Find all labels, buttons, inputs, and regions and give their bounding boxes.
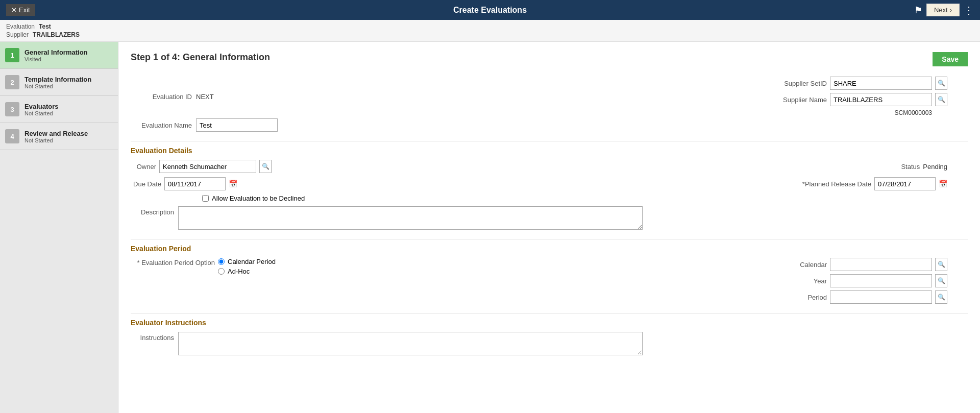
evaluation-value: Test [39,23,51,30]
supplier-value: TRAILBLAZERS [33,31,80,38]
calendar-search-button[interactable]: 🔍 [935,258,947,271]
main-content: Step 1 of 4: General Information Save Ev… [118,42,980,413]
supplier-name-search-button[interactable]: 🔍 [935,93,947,106]
sidebar: 1 General Information Visited 2 Template… [0,42,118,413]
planned-release-label: *Planned Release Date [802,180,871,188]
step-4-info: Review and Release Not Started [24,130,88,143]
step-4-badge: 4 [5,129,19,143]
supplier-name-input[interactable] [830,93,932,106]
next-button[interactable]: Next › [926,4,960,16]
app-header: ✕ Exit Create Evaluations ⚑ Next › ⋮ [0,0,980,20]
supplier-row: Supplier TRAILBLAZERS [6,31,974,38]
step-1-status: Visited [24,56,88,62]
step-1-info: General Information Visited [24,48,88,62]
description-row: Description [131,206,968,230]
evaluation-period-title: Evaluation Period [131,239,968,253]
period-label: Period [796,294,827,301]
description-textarea[interactable] [178,206,643,230]
owner-label: Owner [131,163,156,171]
due-date-calendar-icon[interactable]: 📅 [229,180,237,188]
year-input[interactable] [830,274,932,287]
calendar-label: Calendar [796,261,827,269]
period-input[interactable] [830,290,932,304]
sidebar-item-template-info[interactable]: 2 Template Information Not Started [0,69,118,96]
step-3-name: Evaluators [24,103,58,110]
step-3-badge: 3 [5,102,19,116]
evaluation-id-label: Evaluation ID [131,93,192,101]
evaluator-instructions-title: Evaluator Instructions [131,313,968,327]
supplier-name-label: Supplier Name [783,96,827,104]
year-search-button[interactable]: 🔍 [935,274,947,287]
calendar-input[interactable] [830,258,932,271]
supplier-setid-input[interactable] [830,77,932,90]
adhoc-label: Ad-Hoc [228,268,250,275]
description-label: Description [131,206,174,216]
evaluation-name-label: Evaluation Name [131,122,192,129]
sidebar-item-general-info[interactable]: 1 General Information Visited [0,42,118,69]
page-title: Create Evaluations [453,6,527,15]
step-1-name: General Information [24,48,88,56]
step-2-info: Template Information Not Started [24,76,91,89]
close-icon: ✕ [11,6,17,14]
eval-period-radio-group: Calendar Period Ad-Hoc [218,258,276,275]
eval-period-option-label: * Evaluation Period Option [131,258,215,266]
step-3-info: Evaluators Not Started [24,103,58,116]
calendar-period-radio[interactable] [218,258,225,265]
step-4-name: Review and Release [24,130,88,137]
instructions-label: Instructions [131,332,174,342]
supplier-setid-label: Supplier SetID [784,80,827,87]
evaluation-details-title: Evaluation Details [131,141,968,155]
calendar-period-label: Calendar Period [228,258,276,265]
instructions-textarea[interactable] [178,332,643,355]
step-1-badge: 1 [5,48,19,62]
more-options-icon[interactable]: ⋮ [964,4,974,16]
evaluation-label: Evaluation [6,23,35,30]
calendar-period-row: Calendar Period [218,258,276,265]
planned-release-input[interactable] [874,177,936,190]
header-right: ⚑ Next › ⋮ [914,4,974,16]
exit-button[interactable]: ✕ Exit [6,4,35,16]
allow-decline-row: Allow Evaluation to be Declined [202,195,968,202]
planned-release-calendar-icon[interactable]: 📅 [939,180,947,188]
evaluation-id-value: NEXT [196,93,214,101]
owner-search-button[interactable]: 🔍 [259,160,272,173]
adhoc-radio[interactable] [218,268,225,275]
status-value: Pending [923,163,947,171]
status-label: Status [901,163,920,171]
evaluation-name-input[interactable] [196,118,278,132]
sidebar-item-evaluators[interactable]: 3 Evaluators Not Started [0,96,118,123]
step-4-status: Not Started [24,137,88,143]
year-label: Year [796,277,827,285]
adhoc-row: Ad-Hoc [218,268,276,275]
step-2-name: Template Information [24,76,91,83]
header-left: ✕ Exit [6,4,35,16]
allow-decline-label: Allow Evaluation to be Declined [212,195,305,202]
evaluation-row: Evaluation Test [6,23,974,30]
instructions-row: Instructions [131,332,968,355]
supplier-label: Supplier [6,31,29,38]
sidebar-item-review-release[interactable]: 4 Review and Release Not Started [0,123,118,150]
content-header: Step 1 of 4: General Information Save [131,52,968,66]
step-2-status: Not Started [24,83,91,89]
step-2-badge: 2 [5,75,19,89]
flag-icon[interactable]: ⚑ [914,5,922,16]
main-layout: 1 General Information Visited 2 Template… [0,42,980,413]
step-3-status: Not Started [24,110,58,116]
due-date-label: Due Date [131,180,161,188]
supplier-code: SCM0000003 [895,109,932,116]
sub-header: Evaluation Test Supplier TRAILBLAZERS [0,20,980,42]
step-title: Step 1 of 4: General Information [131,52,270,63]
supplier-setid-search-button[interactable]: 🔍 [935,77,947,90]
save-button[interactable]: Save [933,52,968,66]
allow-decline-checkbox[interactable] [202,195,209,202]
owner-input[interactable] [159,160,256,173]
due-date-input[interactable] [164,177,226,190]
period-search-button[interactable]: 🔍 [935,290,947,304]
